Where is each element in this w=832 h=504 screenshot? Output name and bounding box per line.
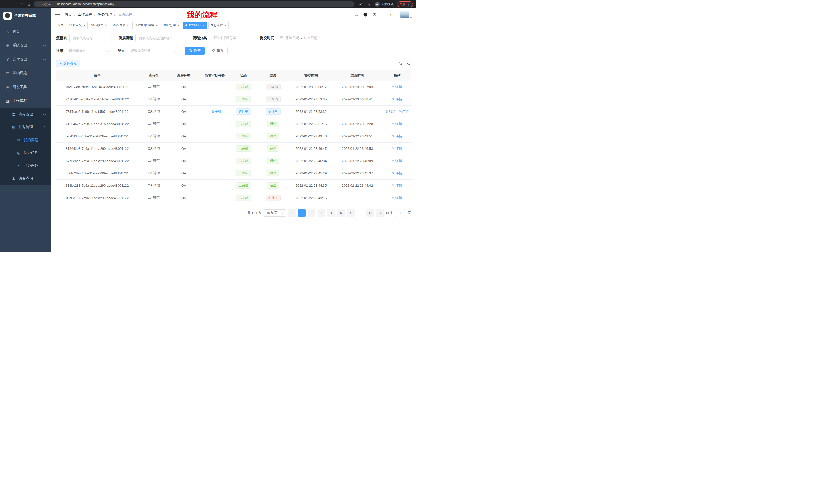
detail-action[interactable]: ✎详情 xyxy=(392,183,402,188)
sidebar-item-payment[interactable]: ¥支付管理 xyxy=(0,52,51,66)
bookmark-star-icon[interactable]: ☆ xyxy=(366,2,371,6)
close-icon[interactable]: × xyxy=(225,24,227,27)
hamburger-icon[interactable] xyxy=(55,13,60,17)
reset-button[interactable]: 重置 xyxy=(208,47,228,55)
page-button-3[interactable]: 3 xyxy=(317,209,325,217)
help-icon[interactable] xyxy=(372,12,377,17)
detail-action[interactable]: ✎详情 xyxy=(392,171,402,175)
action-label: 详情 xyxy=(395,195,402,200)
key-icon[interactable] xyxy=(358,2,363,6)
close-icon[interactable]: × xyxy=(105,24,107,27)
forward-icon[interactable]: → xyxy=(11,2,16,6)
tab-home[interactable]: 首页 xyxy=(55,22,66,29)
close-icon[interactable]: × xyxy=(83,24,85,27)
result-tag: 处理中 xyxy=(266,108,281,115)
sidebar-item-system[interactable]: ⚙系统管理 xyxy=(0,38,51,52)
home-icon[interactable]: ⌂ xyxy=(26,2,31,6)
detail-action[interactable]: ✎详情 xyxy=(392,97,402,102)
page-size-select[interactable]: 10条/页 xyxy=(263,209,286,217)
search-toggle-button[interactable] xyxy=(398,61,402,66)
sidebar-item-leave-query[interactable]: ♟请假查询 xyxy=(0,172,51,185)
detail-action[interactable]: ✎详情 xyxy=(392,159,402,163)
more-pages-button[interactable]: ⋯ xyxy=(357,209,364,217)
menu-dots-icon[interactable]: ⋮ xyxy=(407,2,410,6)
search-icon[interactable] xyxy=(354,12,358,17)
page-button-11[interactable]: 11 xyxy=(366,209,374,217)
create-process-button[interactable]: + 发起流程 xyxy=(56,60,80,67)
cancel-action[interactable]: ⊘取消 xyxy=(385,109,395,114)
cell-result: 通过 xyxy=(255,155,291,167)
breadcrumb-item[interactable]: 工作流程 xyxy=(78,12,92,17)
page-button-1[interactable]: 1 xyxy=(298,209,306,217)
sidebar-item-todo-task[interactable]: ◎待办任务 xyxy=(0,146,51,159)
page-button-4[interactable]: 4 xyxy=(327,209,335,217)
user-menu[interactable] xyxy=(400,11,412,18)
filter-label: 流程分类 xyxy=(192,36,207,40)
sidebar-item-home[interactable]: ⌂首页 xyxy=(0,25,51,38)
page-button-6[interactable]: 6 xyxy=(347,209,355,217)
sidebar-item-done-task[interactable]: ✂已办任务 xyxy=(0,159,51,172)
prev-page-button[interactable] xyxy=(288,209,296,217)
detail-action[interactable]: ✎详情 xyxy=(392,195,402,200)
detail-action[interactable]: ✎详情 xyxy=(392,146,402,151)
tab-start-process[interactable]: 发起流程× xyxy=(208,22,229,29)
cell-submit-time: 2022-01-22 23:45:29 xyxy=(291,167,331,179)
breadcrumb-item[interactable]: 我的流程 xyxy=(118,12,132,17)
font-size-icon[interactable]: tT xyxy=(390,12,395,17)
update-button[interactable]: 更新 ⋮ xyxy=(397,1,413,7)
warning-icon: ⚠ xyxy=(37,2,41,6)
incognito-badge: 无痕模式 xyxy=(375,2,394,7)
tab-process-form-edit[interactable]: 流程表单-编辑× xyxy=(132,22,160,29)
calendar-icon xyxy=(280,36,283,40)
tab-my-process[interactable]: 我的流程× xyxy=(183,22,207,29)
search-button[interactable]: 搜索 xyxy=(185,47,205,55)
filter-category-select[interactable]: 请选择流程分类 xyxy=(210,34,253,42)
refresh-button[interactable] xyxy=(407,61,411,65)
github-icon[interactable] xyxy=(363,12,368,17)
edit-icon: ✎ xyxy=(392,85,395,89)
page-button-5[interactable]: 5 xyxy=(337,209,345,217)
sidebar-item-workflow[interactable]: ▥工作流程 xyxy=(0,94,51,108)
sidebar-item-infrastructure[interactable]: ▤基础设施 xyxy=(0,66,51,80)
filter-parent-process-input[interactable] xyxy=(135,34,186,42)
close-icon[interactable]: × xyxy=(203,24,205,27)
filter-result-select[interactable]: 请选择流结果 xyxy=(128,47,178,55)
main-area: 首页/工作流程/任务管理/我的流程 我的流程 tT xyxy=(51,8,416,252)
close-icon[interactable]: × xyxy=(127,24,129,27)
fullscreen-icon[interactable] xyxy=(381,12,385,17)
sidebar-item-process-mgmt[interactable]: ≣流程管理 xyxy=(0,108,51,121)
detail-action[interactable]: ✎详情 xyxy=(392,134,402,138)
detail-action[interactable]: ✎详情 xyxy=(392,85,402,89)
current-task-link[interactable]: 一级审批 xyxy=(208,109,222,113)
breadcrumb-item[interactable]: 任务管理 xyxy=(98,12,112,17)
page-button-2[interactable]: 2 xyxy=(308,209,315,217)
filter-status-select[interactable]: 请选择状态 xyxy=(66,47,111,55)
tab-process-form[interactable]: 流程表单× xyxy=(110,22,131,29)
sidebar-item-devtools[interactable]: ▣研发工具 xyxy=(0,80,51,94)
tab-label: 流程表单 xyxy=(113,23,125,27)
breadcrumb-item[interactable]: 首页 xyxy=(65,12,72,17)
detail-action[interactable]: ✎详情 xyxy=(398,109,409,114)
sidebar-item-my-process[interactable]: ✉我的流程 xyxy=(0,134,51,146)
cell-category: OA xyxy=(169,155,198,167)
filter-submit-time-range[interactable]: 开始日期-结束日期 xyxy=(277,34,333,42)
goto-page-input[interactable] xyxy=(395,209,405,217)
tab-user-group[interactable]: 用户分组× xyxy=(161,22,182,29)
tab-process-model[interactable]: 流程模型× xyxy=(89,22,109,29)
tab-process-definition[interactable]: 流程定义× xyxy=(67,22,88,29)
close-icon[interactable]: × xyxy=(177,24,179,27)
logo[interactable]: 芋道管理系统 xyxy=(0,8,51,23)
cell-status: 已完成 xyxy=(231,155,255,167)
detail-action[interactable]: ✎详情 xyxy=(392,121,402,126)
url-bar[interactable]: ⚠ 不安全 dashboard.yudao.iocoder.cn/bpm/tas… xyxy=(34,1,354,7)
close-icon[interactable]: × xyxy=(156,24,158,27)
filter-process-name-input[interactable] xyxy=(70,34,112,42)
sidebar-item-task-mgmt[interactable]: ⊞任务管理 xyxy=(0,121,51,134)
cell-process-name: OA 请假 xyxy=(138,130,169,142)
column-header: 当前审批任务 xyxy=(198,71,231,81)
reload-icon[interactable] xyxy=(19,2,24,6)
total-count: 共 104 条 xyxy=(247,211,261,215)
cell-status: 已完成 xyxy=(231,118,255,130)
next-page-button[interactable] xyxy=(376,209,384,217)
back-icon[interactable]: ← xyxy=(3,2,8,6)
